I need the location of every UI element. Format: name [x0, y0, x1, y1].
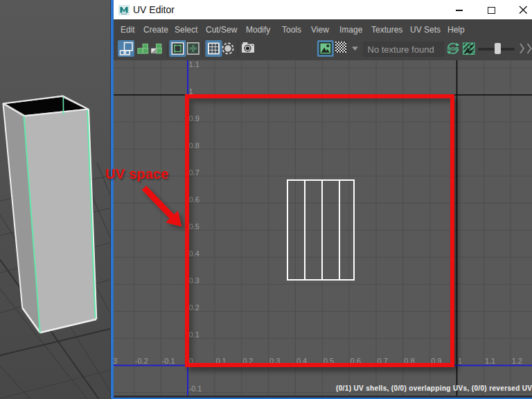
svg-text:1.2: 1.2 [512, 357, 522, 365]
svg-text:-0.1: -0.1 [162, 357, 175, 365]
svg-text:-0.2: -0.2 [135, 357, 148, 365]
svg-text:-0.3: -0.3 [114, 357, 117, 365]
svg-text:1: 1 [458, 357, 462, 365]
svg-text:RGB: RGB [447, 46, 459, 52]
svg-text:-0.1: -0.1 [189, 384, 202, 393]
svg-text:1.1: 1.1 [189, 60, 200, 69]
svg-text:1.1: 1.1 [485, 357, 495, 365]
